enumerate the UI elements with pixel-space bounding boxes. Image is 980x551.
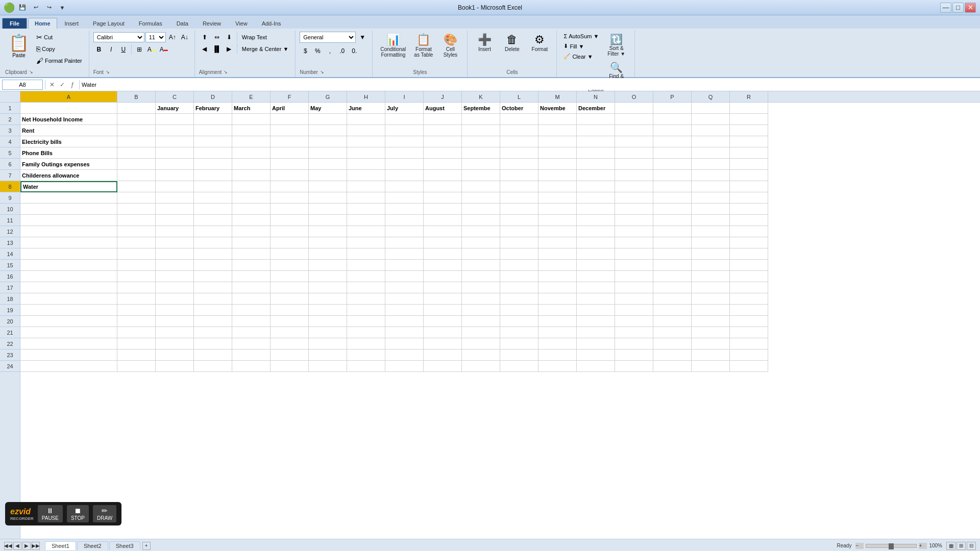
cell-e19[interactable] — [232, 305, 271, 316]
cell-n22[interactable] — [577, 338, 615, 349]
cell-b4[interactable] — [117, 136, 156, 147]
cell-m14[interactable] — [538, 248, 577, 260]
cell-p8[interactable] — [653, 181, 692, 192]
cell-e24[interactable] — [232, 361, 271, 372]
align-middle-btn[interactable]: ⇔ — [211, 32, 223, 43]
cell-d11[interactable] — [194, 215, 232, 226]
cell-j14[interactable] — [424, 248, 462, 260]
cell-f3[interactable] — [271, 125, 309, 136]
cell-m11[interactable] — [538, 215, 577, 226]
cell-f4[interactable] — [271, 136, 309, 147]
cell-j18[interactable] — [424, 293, 462, 305]
alignment-launcher[interactable]: ↘ — [224, 69, 230, 76]
italic-button[interactable]: I — [106, 44, 117, 55]
col-header-j[interactable]: J — [424, 91, 462, 103]
cell-h2[interactable] — [347, 114, 385, 125]
col-header-e[interactable]: E — [232, 91, 271, 103]
cell-f14[interactable] — [271, 248, 309, 260]
cell-d19[interactable] — [194, 305, 232, 316]
cell-j1[interactable]: August — [424, 103, 462, 114]
cell-i14[interactable] — [385, 248, 424, 260]
cell-d12[interactable] — [194, 226, 232, 237]
cell-k10[interactable] — [462, 204, 500, 215]
cell-f9[interactable] — [271, 192, 309, 204]
cell-i22[interactable] — [385, 338, 424, 349]
cell-i5[interactable] — [385, 147, 424, 159]
tab-view[interactable]: View — [229, 18, 254, 29]
cell-o7[interactable] — [615, 170, 653, 181]
cell-r14[interactable] — [730, 248, 768, 260]
font-size-select[interactable]: 11 — [145, 32, 166, 42]
page-layout-view-btn[interactable]: ⊞ — [957, 542, 966, 550]
font-name-select[interactable]: Calibri — [93, 32, 144, 42]
cell-e12[interactable] — [232, 226, 271, 237]
cell-n19[interactable] — [577, 305, 615, 316]
cell-o15[interactable] — [615, 260, 653, 271]
cut-button[interactable]: ✂ Cut — [34, 32, 85, 43]
cell-n24[interactable] — [577, 361, 615, 372]
cell-j17[interactable] — [424, 282, 462, 293]
cell-c13[interactable] — [156, 237, 194, 248]
cell-i11[interactable] — [385, 215, 424, 226]
redo-quick-btn[interactable]: ↪ — [44, 3, 54, 12]
cell-l20[interactable] — [500, 316, 538, 327]
cell-a16[interactable] — [20, 271, 117, 282]
row-header-10[interactable]: 10 — [0, 204, 20, 215]
col-header-g[interactable]: G — [309, 91, 347, 103]
cell-b23[interactable] — [117, 349, 156, 361]
cell-r11[interactable] — [730, 215, 768, 226]
cell-h20[interactable] — [347, 316, 385, 327]
cell-n17[interactable] — [577, 282, 615, 293]
cell-f24[interactable] — [271, 361, 309, 372]
number-format-select[interactable]: General — [300, 32, 356, 43]
cell-b10[interactable] — [117, 204, 156, 215]
cell-h6[interactable] — [347, 159, 385, 170]
cell-c22[interactable] — [156, 338, 194, 349]
cell-p20[interactable] — [653, 316, 692, 327]
cell-i6[interactable] — [385, 159, 424, 170]
clipboard-launcher[interactable]: ↘ — [29, 69, 35, 76]
cell-n20[interactable] — [577, 316, 615, 327]
cell-q12[interactable] — [692, 226, 730, 237]
cell-l8[interactable] — [500, 181, 538, 192]
cell-p18[interactable] — [653, 293, 692, 305]
cell-h12[interactable] — [347, 226, 385, 237]
cell-g2[interactable] — [309, 114, 347, 125]
cell-i4[interactable] — [385, 136, 424, 147]
cell-c12[interactable] — [156, 226, 194, 237]
cell-f13[interactable] — [271, 237, 309, 248]
cell-k12[interactable] — [462, 226, 500, 237]
cell-f22[interactable] — [271, 338, 309, 349]
cell-p14[interactable] — [653, 248, 692, 260]
cell-n9[interactable] — [577, 192, 615, 204]
cell-k2[interactable] — [462, 114, 500, 125]
cell-n13[interactable] — [577, 237, 615, 248]
cell-j2[interactable] — [424, 114, 462, 125]
cell-r2[interactable] — [730, 114, 768, 125]
border-button[interactable]: ⊞ — [134, 44, 145, 55]
cell-b8[interactable] — [117, 181, 156, 192]
cell-p24[interactable] — [653, 361, 692, 372]
formula-input[interactable] — [82, 80, 978, 90]
col-header-r[interactable]: R — [730, 91, 768, 103]
cell-m13[interactable] — [538, 237, 577, 248]
cell-p10[interactable] — [653, 204, 692, 215]
bold-button[interactable]: B — [93, 44, 105, 55]
cell-i1[interactable]: July — [385, 103, 424, 114]
cell-h13[interactable] — [347, 237, 385, 248]
cell-p22[interactable] — [653, 338, 692, 349]
cell-r8[interactable] — [730, 181, 768, 192]
cell-b16[interactable] — [117, 271, 156, 282]
col-header-d[interactable]: D — [194, 91, 232, 103]
cell-k20[interactable] — [462, 316, 500, 327]
cell-p11[interactable] — [653, 215, 692, 226]
cell-m4[interactable] — [538, 136, 577, 147]
cell-m23[interactable] — [538, 349, 577, 361]
row-header-22[interactable]: 22 — [0, 338, 20, 349]
cell-e22[interactable] — [232, 338, 271, 349]
cell-f16[interactable] — [271, 271, 309, 282]
cell-l12[interactable] — [500, 226, 538, 237]
cell-n1[interactable]: December — [577, 103, 615, 114]
cell-o9[interactable] — [615, 192, 653, 204]
cell-d20[interactable] — [194, 316, 232, 327]
